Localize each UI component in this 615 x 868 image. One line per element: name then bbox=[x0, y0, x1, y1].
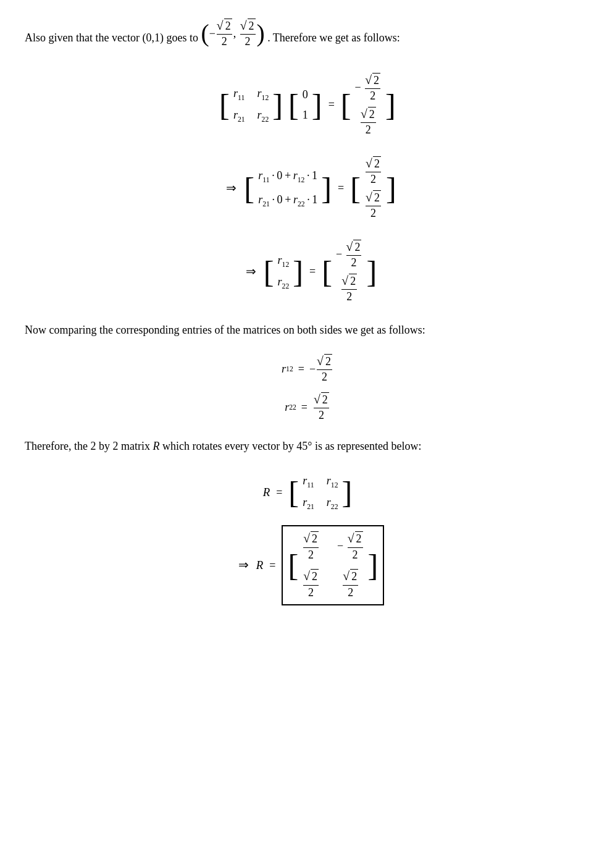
fn-d: √2 bbox=[343, 569, 358, 585]
r21: r21 bbox=[233, 107, 245, 125]
r11: r11 bbox=[233, 85, 245, 103]
fd3: 2 bbox=[370, 172, 376, 187]
implies2: ⇒ bbox=[246, 263, 256, 281]
fn-r22: √2 bbox=[314, 392, 329, 408]
frac-r12: √2 2 bbox=[317, 354, 332, 384]
matrix-result-3: − √2 2 √2 2 bbox=[332, 237, 367, 306]
fn6: √2 bbox=[341, 274, 357, 290]
frac-sqrt2-top: √2 2 bbox=[364, 156, 382, 187]
eq-row-2: ⇒ [ r11 · 0 + r12 · 1 r21 · 0 + r22 · 1 … bbox=[219, 154, 396, 223]
fn5: √2 bbox=[346, 240, 362, 256]
R-val-sqrt2-2-c: √2 2 bbox=[337, 569, 364, 599]
fn-c: √2 bbox=[303, 569, 319, 585]
r22-eq-sign: = bbox=[301, 399, 308, 416]
R-eq-sign2: = bbox=[269, 557, 275, 574]
eq3: = bbox=[309, 263, 316, 280]
comparing-text: Now comparing the corresponding entries … bbox=[25, 324, 425, 336]
frac-d: √2 2 bbox=[343, 569, 358, 599]
matrix-result-1: − √2 2 √2 2 bbox=[351, 70, 386, 140]
val-1: 1 bbox=[303, 107, 308, 124]
frac-a: √2 2 bbox=[303, 531, 319, 562]
rb6: ] bbox=[293, 256, 303, 287]
intro-suffix: . Therefore we get as follows: bbox=[267, 32, 400, 44]
R-val-neg-sqrt2-2: − √2 2 bbox=[337, 531, 364, 562]
frac-sqrt2-2: √ 2 2 bbox=[240, 19, 256, 49]
frac-sqrt2-bot: √2 2 bbox=[364, 190, 382, 221]
R-r22: r22 bbox=[327, 494, 338, 512]
lb6: [ bbox=[264, 256, 274, 287]
r12-eq-sign: = bbox=[298, 361, 304, 377]
intro-vector: ( − √ 2 2 , √ 2 2 bbox=[201, 19, 264, 49]
boxed-matrix: [ √2 2 − √2 bbox=[282, 525, 384, 605]
frac-num: √ 2 bbox=[217, 19, 232, 35]
lb2: [ bbox=[288, 90, 299, 120]
lb9: [ bbox=[288, 550, 298, 581]
R-eq-sign: = bbox=[276, 484, 282, 501]
rb7: ] bbox=[366, 256, 377, 287]
right-paren: ) bbox=[257, 22, 265, 46]
lb5: [ bbox=[350, 173, 361, 204]
lb1: [ bbox=[219, 90, 230, 120]
R-val-sqrt2-2-a: √2 2 bbox=[302, 531, 320, 562]
matrix-eq-block-1: [ r11 r12 r21 r22 ] [ 0 1 ] = [ bbox=[25, 67, 590, 310]
R-label2: R bbox=[256, 557, 264, 574]
intro-text: Also given that the vector (0,1) goes to bbox=[25, 32, 198, 44]
rb1: ] bbox=[272, 90, 283, 120]
fn3: √2 bbox=[366, 156, 381, 172]
R-matrix-symbolic: r11 r12 r21 r22 bbox=[299, 470, 341, 515]
lb7: [ bbox=[322, 256, 332, 287]
fd1: 2 bbox=[370, 89, 375, 103]
frac5: √2 2 bbox=[346, 240, 362, 270]
r22: r22 bbox=[257, 107, 269, 125]
r-matrix-def: R = [ r11 r12 r21 r22 ] bbox=[263, 470, 353, 515]
eq1: = bbox=[328, 96, 335, 113]
fd5: 2 bbox=[351, 256, 357, 270]
val-0: 0 bbox=[303, 86, 308, 103]
frac-r22: √2 2 bbox=[314, 392, 329, 423]
left-paren: ( bbox=[201, 22, 209, 46]
sqrt-symbol2: √ bbox=[240, 19, 247, 33]
sqrt2b: √ 2 bbox=[240, 19, 256, 33]
R-r12: r12 bbox=[327, 473, 338, 491]
rb5: ] bbox=[386, 173, 396, 204]
frac-b: √2 2 bbox=[348, 531, 363, 562]
r-values-block: r12 = − √2 2 r22 = √2 2 bbox=[25, 351, 590, 426]
R-label: R bbox=[263, 484, 270, 501]
R-r11: r11 bbox=[303, 473, 314, 491]
R-matrix-values: √2 2 − √2 2 bbox=[298, 529, 367, 602]
fd-b: 2 bbox=[353, 548, 358, 562]
r12: r12 bbox=[257, 85, 269, 103]
sqrt2: √ 2 bbox=[217, 19, 232, 33]
matrix-result-2: √2 2 √2 2 bbox=[361, 154, 386, 223]
fd6: 2 bbox=[346, 290, 352, 304]
rb4: ] bbox=[321, 173, 332, 204]
r12-label: r bbox=[282, 361, 286, 377]
frac-den: 2 bbox=[222, 35, 227, 49]
eq-row-3: ⇒ [ r12 r22 ] = [ − √2 2 bbox=[238, 237, 377, 306]
fn4: √2 bbox=[366, 190, 381, 206]
implies3: ⇒ bbox=[238, 556, 249, 575]
lb4: [ bbox=[244, 173, 254, 204]
rb9: ] bbox=[368, 550, 379, 581]
R-val-sqrt2-2-b: √2 2 bbox=[302, 569, 320, 599]
frac-c: √2 2 bbox=[303, 569, 319, 599]
implies1: ⇒ bbox=[226, 179, 236, 198]
fn1: √2 bbox=[365, 73, 380, 89]
rb8: ] bbox=[342, 477, 353, 508]
r22-equation: r22 = √2 2 bbox=[285, 392, 330, 423]
r12-cell: r12 bbox=[278, 252, 290, 270]
eq2: = bbox=[338, 180, 344, 196]
R-r21: r21 bbox=[303, 494, 314, 512]
r22-label: r bbox=[285, 399, 289, 416]
neg-frac1: − √2 2 bbox=[355, 73, 382, 103]
fd-d: 2 bbox=[348, 586, 353, 600]
rb2: ] bbox=[312, 90, 322, 120]
final-matrix-block: R = [ r11 r12 r21 r22 ] ⇒ R = [ bbox=[25, 467, 590, 609]
eq-row-1: [ r11 r12 r21 r22 ] [ 0 1 ] = [ bbox=[219, 70, 396, 140]
fd2: 2 bbox=[366, 123, 371, 137]
conclusion-paragraph: Therefore, the 2 by 2 matrix R which rot… bbox=[25, 438, 590, 455]
fd-r12: 2 bbox=[322, 370, 327, 384]
frac4: √2 2 bbox=[366, 190, 381, 221]
rb3: ] bbox=[385, 90, 396, 120]
fn-r12: √2 bbox=[317, 354, 332, 370]
